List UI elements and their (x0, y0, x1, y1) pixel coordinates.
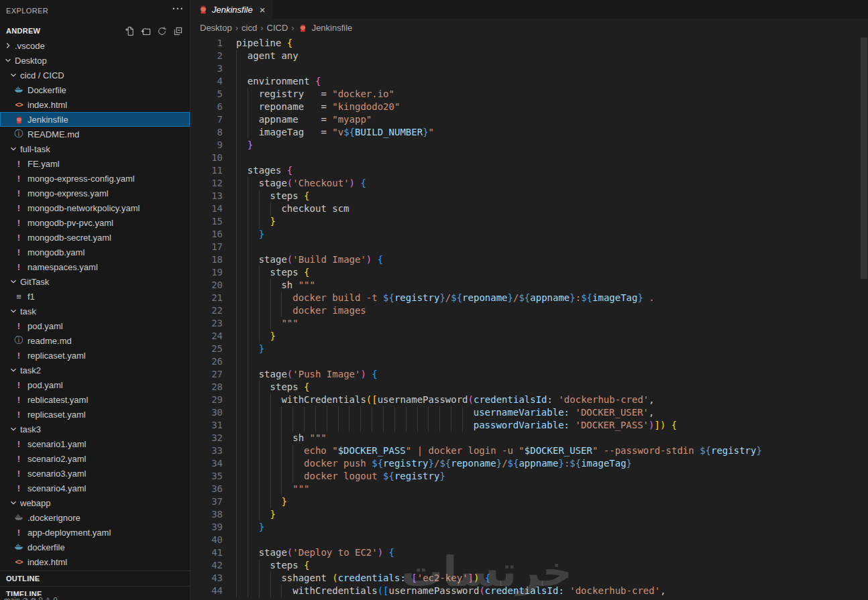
code-line-33[interactable]: 33echo "$DOCKER_PASS" | docker login -u … (191, 444, 868, 457)
collapse-folders-icon[interactable] (172, 25, 183, 36)
tree-item-pod.yaml[interactable]: !pod.yaml (0, 377, 190, 392)
tree-item-task2[interactable]: task2 (0, 363, 190, 377)
code-line-11[interactable]: 11stages { (191, 164, 868, 177)
new-folder-icon[interactable] (140, 25, 151, 36)
code-line-12[interactable]: 12stage('Checkout') { (191, 177, 868, 190)
tree-item-.dockerignore[interactable]: .dockerignore (0, 510, 190, 525)
code-line-13[interactable]: 13steps { (191, 190, 868, 202)
tree-item-replicaset.yaml[interactable]: !replicaset.yaml (0, 348, 190, 363)
code-line-35[interactable]: 35docker logout ${registry} (191, 470, 868, 483)
tree-item-webapp[interactable]: webapp (0, 495, 190, 510)
code-line-6[interactable]: 6reponame = "kingdodo20" (191, 101, 868, 113)
code-line-10[interactable]: 10 (191, 152, 868, 164)
status-bar[interactable]: main ⊘ ⊗ 0 ⚠ 0 (0, 596, 190, 600)
tree-item-cicd-cicd[interactable]: cicd / CICD (0, 68, 190, 82)
code-line-2[interactable]: 2agent any (191, 50, 868, 62)
code-line-32[interactable]: 32sh """ (191, 432, 868, 444)
tree-item-readme.md[interactable]: ⓘreadme.md (0, 333, 190, 348)
code-line-23[interactable]: 23""" (191, 317, 868, 330)
refresh-icon[interactable] (156, 25, 167, 36)
code-line-42[interactable]: 42steps { (191, 559, 868, 572)
code-line-16[interactable]: 16} (191, 228, 868, 241)
code-line-22[interactable]: 22docker images (191, 304, 868, 317)
code-line-38[interactable]: 38} (191, 508, 868, 521)
tree-item-task[interactable]: task (0, 304, 190, 318)
code-line-30[interactable]: 30usernameVariable: 'DOCKER_USER', (191, 406, 868, 419)
tree-item-scenario1.yaml[interactable]: !scenario1.yaml (0, 436, 190, 451)
tree-item-mongo-express-config.yaml[interactable]: !mongo-express-config.yaml (0, 171, 190, 186)
tree-item-replicaset.yaml[interactable]: !replicaset.yaml (0, 407, 190, 422)
code-line-1[interactable]: 1pipeline { (191, 37, 868, 50)
tree-item-f1[interactable]: ≡f1 (0, 289, 190, 304)
code-line-28[interactable]: 28steps { (191, 381, 868, 394)
code-line-40[interactable]: 40 (191, 534, 868, 546)
tree-item-.vscode[interactable]: .vscode (0, 38, 190, 53)
tab-jenkinsfile[interactable]: Jenkinsfile × (191, 0, 273, 19)
code-line-41[interactable]: 41stage('Deploy to EC2') { (191, 546, 868, 559)
breadcrumb-item[interactable]: CICD (267, 23, 288, 33)
code-line-20[interactable]: 20sh """ (191, 279, 868, 292)
tree-item-mongodb.yaml[interactable]: !mongodb.yaml (0, 245, 190, 259)
code-line-25[interactable]: 25} (191, 343, 868, 355)
tree-item-jenkinsfile[interactable]: Jenkinsfile (0, 112, 190, 127)
code-line-29[interactable]: 29withCredentials([usernamePassword(cred… (191, 394, 868, 406)
tree-item-dockerfile[interactable]: dockerfile (0, 540, 190, 554)
tree-item-mongodb-secret.yaml[interactable]: !mongodb-secret.yaml (0, 230, 190, 245)
indent-guide (281, 419, 292, 432)
tree-item-desktop[interactable]: Desktop (0, 53, 190, 68)
tree-item-readme.md[interactable]: ⓘREADME.md (0, 127, 190, 141)
code-area[interactable]: 1pipeline {2agent any34environment {5reg… (191, 37, 868, 600)
tree-item-reblicatest.yaml[interactable]: !reblicatest.yaml (0, 392, 190, 407)
tree-item-pod.yaml[interactable]: !pod.yaml (0, 318, 190, 333)
tree-item-scenario2.yaml[interactable]: !scenario2.yaml (0, 451, 190, 466)
tab-close-icon[interactable]: × (260, 4, 266, 15)
code-line-24[interactable]: 24} (191, 330, 868, 343)
code-line-18[interactable]: 18stage('Build Image') { (191, 253, 868, 266)
tree-item-namespaces.yaml[interactable]: !namespaces.yaml (0, 259, 190, 274)
indent-guide (259, 304, 270, 317)
tree-item-mongodb-networkpolicy.yaml[interactable]: !mongodb-networkpolicy.yaml (0, 200, 190, 215)
tree-item-full-task[interactable]: full-task (0, 141, 190, 156)
code-line-19[interactable]: 19steps { (191, 266, 868, 279)
code-line-15[interactable]: 15} (191, 215, 868, 228)
code-line-43[interactable]: 43sshagent (credentials: ['ec2-key']) { (191, 572, 868, 585)
tree-item-scenario3.yaml[interactable]: !scenario3.yaml (0, 466, 190, 481)
code-line-34[interactable]: 34docker push ${registry}/${reponame}/${… (191, 457, 868, 470)
breadcrumb-item[interactable]: Desktop (200, 23, 232, 33)
indent-guide (248, 508, 259, 521)
tree-item-index.html[interactable]: <>index.html (0, 554, 190, 569)
code-line-8[interactable]: 8imageTag = "v${BUILD_NUMBER}" (191, 126, 868, 139)
tree-item-app-deployment.yaml[interactable]: !app-deployment.yaml (0, 525, 190, 540)
code-line-21[interactable]: 21docker build -t ${registry}/${reponame… (191, 292, 868, 304)
breadcrumb-item[interactable]: cicd (241, 23, 257, 33)
workspace-section-header[interactable]: ANDREW (0, 23, 190, 38)
breadcrumb-file[interactable]: Jenkinsfile (312, 23, 353, 33)
tree-item-gittask[interactable]: GitTask (0, 274, 190, 289)
outline-panel-header[interactable]: OUTLINE (0, 571, 190, 586)
code-line-content (236, 62, 248, 75)
code-line-3[interactable]: 3 (191, 62, 868, 75)
code-line-4[interactable]: 4environment { (191, 75, 868, 88)
tree-item-mongodb-pv-pvc.yaml[interactable]: !mongodb-pv-pvc.yaml (0, 215, 190, 230)
new-file-icon[interactable] (124, 25, 135, 36)
more-actions-icon[interactable]: ⋯ (172, 1, 183, 15)
tree-item-task3[interactable]: task3 (0, 422, 190, 436)
tree-item-mongo-express.yaml[interactable]: !mongo-express.yaml (0, 186, 190, 200)
code-line-9[interactable]: 9} (191, 139, 868, 152)
code-line-31[interactable]: 31passwordVariable: 'DOCKER_PASS')]) { (191, 419, 868, 432)
tree-item-scenario4.yaml[interactable]: !scenario4.yaml (0, 481, 190, 495)
code-line-5[interactable]: 5registry = "docker.io" (191, 88, 868, 101)
code-line-37[interactable]: 37} (191, 495, 868, 508)
code-line-14[interactable]: 14checkout scm (191, 202, 868, 215)
code-line-7[interactable]: 7appname = "myapp" (191, 113, 868, 126)
tree-item-fe.yaml[interactable]: !FE.yaml (0, 156, 190, 171)
code-line-39[interactable]: 39} (191, 521, 868, 534)
code-line-26[interactable]: 26 (191, 355, 868, 368)
code-line-44[interactable]: 44withCredentials([usernamePassword(cred… (191, 585, 868, 597)
vertical-scrollbar[interactable] (861, 38, 867, 279)
code-line-17[interactable]: 17 (191, 241, 868, 253)
code-line-36[interactable]: 36""" (191, 483, 868, 495)
code-line-27[interactable]: 27stage('Push Image') { (191, 368, 868, 381)
tree-item-index.html[interactable]: <>index.html (0, 97, 190, 112)
tree-item-dockerfile[interactable]: Dockerfile (0, 82, 190, 97)
